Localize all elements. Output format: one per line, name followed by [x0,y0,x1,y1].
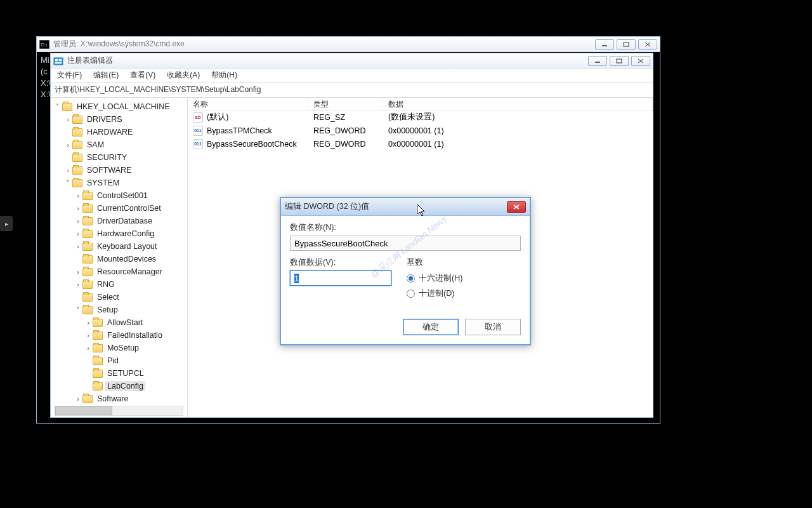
expand-icon[interactable]: › [84,344,93,352]
dialog-titlebar[interactable]: 编辑 DWORD (32 位)值 [281,198,530,216]
tree-item[interactable]: ›Keyboard Layout [51,240,187,253]
cmd-titlebar[interactable]: C:\ 管理员: X:\windows\system32\cmd.exe [37,37,660,52]
folder-icon [93,382,103,391]
tree-item[interactable]: ›HardwareConfig [51,227,187,240]
tree-item[interactable]: Pid [51,354,187,367]
expand-icon[interactable]: › [63,166,72,174]
expand-icon[interactable]: › [74,204,82,212]
svg-text:C:\: C:\ [41,42,48,48]
column-type[interactable]: 类型 [308,98,383,110]
tree-item[interactable]: ›AllowStart [51,316,187,329]
radio-hex-row[interactable]: 十六进制(H) [407,271,462,286]
expand-icon[interactable]: › [74,395,82,403]
regedit-minimize-button[interactable] [588,56,607,66]
cmd-title: 管理员: X:\windows\system32\cmd.exe [53,39,595,50]
tree-item[interactable]: Select [51,291,187,304]
tree-item[interactable]: HARDWARE [51,126,187,138]
tree-item[interactable]: ˅SYSTEM [51,177,187,189]
cancel-button[interactable]: 取消 [465,319,521,335]
tree-item[interactable]: ›DriverDatabase [51,215,187,227]
regedit-icon [53,56,63,66]
tree-item[interactable]: ›FailedInstallatio [51,329,187,342]
value-row[interactable]: ab(默认)REG_SZ(数值未设置) [188,110,653,124]
value-name: (默认) [207,112,228,123]
value-data-input[interactable] [290,271,391,286]
tree-item-label: Pid [105,356,121,366]
menu-edit[interactable]: 编辑(E) [91,69,121,82]
tree-item[interactable]: ›ControlSet001 [51,189,187,202]
svg-rect-11 [617,59,622,63]
cmd-close-button[interactable] [638,39,657,50]
address-bar[interactable]: 计算机\HKEY_LOCAL_MACHINE\SYSTEM\Setup\LabC… [51,83,653,98]
ok-button[interactable]: 确定 [403,319,459,335]
tree-item[interactable]: ›ResourceManager [51,265,187,278]
tree-item-label: SETUPCL [105,368,146,378]
folder-icon [72,116,82,124]
column-data[interactable]: 数据 [383,98,653,110]
cmd-minimize-button[interactable] [595,39,614,50]
radio-dec[interactable] [407,290,415,298]
tree-item[interactable]: ›Software [51,392,187,405]
value-name: BypassSecureBootCheck [207,140,297,149]
svg-rect-8 [59,59,62,61]
radio-dec-row[interactable]: 十进制(D) [407,286,462,301]
tree-item[interactable]: LabConfig [51,380,187,392]
tree-h-scrollbar[interactable] [55,406,183,416]
cmd-maximize-button[interactable] [617,39,636,50]
radio-hex[interactable] [407,274,415,283]
menu-help[interactable]: 帮助(H) [209,69,240,82]
expand-icon[interactable]: › [74,217,82,225]
sidebar-handle[interactable]: ▸ [0,216,13,231]
tree-item-label: DriverDatabase [95,216,154,226]
collapse-icon[interactable]: ˅ [63,179,72,187]
edit-dword-dialog: 编辑 DWORD (32 位)值 数值名称(N): 数值数据(V): 基数 十六… [280,197,531,345]
address-text: 计算机\HKEY_LOCAL_MACHINE\SYSTEM\Setup\LabC… [55,84,261,95]
tree-item[interactable]: ›SOFTWARE [51,164,187,177]
value-row[interactable]: 011BypassSecureBootCheckREG_DWORD0x00000… [188,137,653,150]
column-name[interactable]: 名称 [188,98,308,110]
tree-item-label: Software [95,394,130,404]
menu-view[interactable]: 查看(V) [128,69,158,82]
tree-item[interactable]: MountedDevices [51,253,187,265]
expand-icon[interactable]: › [74,281,82,288]
dialog-title: 编辑 DWORD (32 位)值 [285,201,507,212]
radio-hex-label: 十六进制(H) [419,273,462,284]
folder-icon [82,243,93,251]
value-row[interactable]: 011BypassTPMCheckREG_DWORD0x00000001 (1) [188,124,653,137]
tree-item-label: DRIVERS [85,114,124,124]
expand-icon[interactable]: › [74,230,82,237]
collapse-icon[interactable]: ˅ [74,306,82,314]
expand-icon[interactable]: › [74,268,82,276]
regedit-titlebar[interactable]: 注册表编辑器 [51,53,653,69]
regedit-close-button[interactable] [631,56,650,66]
expand-icon[interactable]: › [63,141,72,149]
expand-icon[interactable]: › [74,243,82,250]
svg-rect-7 [55,59,58,61]
expand-icon[interactable]: › [63,116,72,123]
tree-item[interactable]: ›RNG [51,278,187,291]
menu-file[interactable]: 文件(F) [55,69,84,82]
radio-dec-label: 十进制(D) [419,288,454,299]
regedit-maximize-button[interactable] [610,56,629,66]
tree-item[interactable]: ›CurrentControlSet [51,202,187,215]
dialog-close-button[interactable] [507,201,526,213]
tree-item[interactable]: ˅Setup [51,304,187,316]
collapse-icon[interactable]: ˅ [53,103,62,111]
values-header: 名称 类型 数据 [188,98,653,110]
value-name-input[interactable] [290,236,521,251]
tree-item[interactable]: SECURITY [51,151,187,164]
expand-icon[interactable]: › [84,319,93,326]
menu-favorites[interactable]: 收藏夹(A) [164,69,202,82]
expand-icon[interactable]: › [74,192,82,199]
tree-item[interactable]: ›SAM [51,138,187,151]
tree-item[interactable]: SETUPCL [51,367,187,380]
tree-item-label: AllowStart [105,318,145,328]
svg-rect-3 [624,43,629,46]
tree-item[interactable]: ›DRIVERS [51,113,187,126]
scrollbar-thumb[interactable] [55,406,112,415]
tree-item[interactable]: ›MoSetup [51,342,187,354]
tree-item-label: SAM [85,140,106,150]
expand-icon[interactable]: › [84,331,93,339]
tree-item[interactable]: ˅HKEY_LOCAL_MACHINE [51,100,187,113]
tree-item-label: SYSTEM [85,178,121,188]
